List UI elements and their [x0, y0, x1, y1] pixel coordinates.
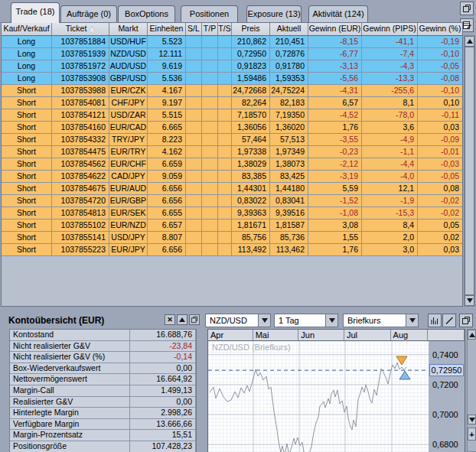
column-header-t-s[interactable]: T/S	[218, 23, 232, 35]
trade-cell: EUR/NZD	[109, 219, 148, 232]
column-header-markt[interactable]: Markt	[109, 23, 148, 35]
trade-cell: -8,15	[308, 36, 362, 48]
zoom-in-button[interactable]: +	[468, 428, 476, 441]
trade-row-1037855223[interactable]: Short1037855223EUR/JPY6.656113,492113,46…	[2, 244, 462, 256]
tab-trade-18[interactable]: Trade (18)	[11, 2, 60, 23]
tab-auftr-ge-0[interactable]: Aufträge (0)	[60, 5, 117, 22]
symbol-select[interactable]: NZD/USD	[205, 314, 271, 327]
account-row-hinterlegte-margin[interactable]: Hinterlegte Margin2.998,26	[10, 408, 196, 419]
trade-row-1037854121[interactable]: Short1037854121USD/ZAR5.5157,185707,1935…	[2, 109, 462, 122]
trade-row-1037853988[interactable]: Short1037853988EUR/CZK4.16724,7266824,75…	[2, 85, 462, 97]
account-row-verf-gbare-margin[interactable]: Verfügbare Margin13.666,66	[10, 419, 196, 431]
detach-panel-button[interactable]	[189, 314, 200, 325]
trade-row-1037854675[interactable]: Short1037854675EUR/AUD6.6561,443011,4418…	[2, 183, 462, 195]
trade-row-1037854332[interactable]: Short1037854332TRY/JPY8.22357,46457,513-…	[2, 134, 462, 146]
tab-boxoptions-0[interactable]: BoxOptions (0)	[118, 5, 175, 22]
trades-scrollbar[interactable]	[464, 35, 475, 307]
scroll-up-button[interactable]	[465, 36, 474, 47]
column-header-gewinn[interactable]: Gewinn (%)	[418, 23, 463, 35]
trade-row-1037854081[interactable]: Short1037854081CHF/JPY9.19782,26482,1836…	[2, 97, 462, 109]
tab-aktivit-t-124[interactable]: Aktivität (124)	[308, 5, 368, 22]
account-row-kontostand[interactable]: Kontostand16.688,76	[10, 330, 196, 341]
trade-row-1037854813[interactable]: Short1037854813EUR/SEK6.6559,393639,3951…	[2, 207, 462, 219]
trade-cell: 1,76	[308, 122, 362, 134]
trade-row-1037854720[interactable]: Short1037854720EUR/GBP6.6560,830220,8304…	[2, 195, 462, 207]
detach-window-button[interactable]	[460, 2, 474, 15]
trade-cell: -0,09	[418, 134, 463, 146]
account-row-value: 107.428,23	[130, 441, 196, 452]
account-row-margin-call[interactable]: Margin-Call1.499,13	[10, 385, 196, 397]
trade-cell: 1,36020	[270, 122, 308, 134]
column-header-preis[interactable]: Preis	[232, 23, 270, 35]
account-row-realisierter-g-v[interactable]: Realisierter G&V0,00	[10, 397, 196, 408]
tab-exposure-13[interactable]: Exposure (13)	[246, 5, 302, 22]
column-header-kauf-verkauf[interactable]: Kauf/Verkauf	[2, 23, 52, 35]
chart-type-button[interactable]	[428, 314, 442, 327]
sell-marker-icon[interactable]	[396, 356, 407, 365]
collapse-panel-button[interactable]	[177, 314, 187, 325]
price-chart-svg	[208, 341, 429, 452]
scrollbar-thumb[interactable]	[465, 47, 474, 295]
account-row-nicht-realisierter-g-v[interactable]: Nicht realisierter G&V-23,84	[10, 341, 196, 353]
trade-cell: 1,38029	[232, 158, 270, 171]
column-header-t-p[interactable]: T/P	[202, 23, 218, 35]
trade-row-1037854562[interactable]: Short1037854562EUR/CHF6.6591,380291,3807…	[2, 158, 462, 171]
account-row-label: Kontostand	[10, 330, 130, 341]
trade-cell	[218, 207, 232, 219]
scroll-down-button[interactable]	[468, 415, 476, 424]
trade-cell: -0,11	[418, 109, 463, 122]
combo-arrow-button[interactable]	[406, 314, 418, 327]
trading-app-window: { "colors": { "long_row": "#6ec6f3", "sh…	[0, 0, 476, 452]
trade-row-1037855102[interactable]: Short1037855102EUR/NZD6.6571,816711,8158…	[2, 219, 462, 232]
account-row-box-wiederverkaufswert[interactable]: Box-Wiederverkaufswert0,00	[10, 363, 196, 375]
detach-window-icon	[191, 316, 198, 324]
chart-plot-area[interactable]: NZD/USD (Briefkurs)	[207, 341, 429, 452]
period-select[interactable]: 1 Tag	[274, 314, 338, 327]
account-row-margin-prozentsatz[interactable]: Margin-Prozentsatz15,51	[10, 430, 196, 441]
tab-positionen-18[interactable]: Positionen (18)	[181, 5, 238, 22]
trade-cell: EUR/JPY	[109, 244, 148, 256]
account-row-positionsgr-e[interactable]: Positionsgröße107.428,23	[10, 441, 196, 452]
trade-cell: 5,59	[308, 183, 362, 195]
trade-row-1037853908[interactable]: Long1037853908GBP/USD5.5361,594861,59353…	[2, 73, 462, 85]
combo-arrow-button[interactable]	[258, 314, 270, 327]
trade-row-1037854475[interactable]: Short1037854475EUR/TRY4.1621,973381,9734…	[2, 146, 462, 158]
column-header-s-l[interactable]: S/L	[186, 23, 202, 35]
account-row-nettoverm-genswert[interactable]: Nettovermögenswert16.664,92	[10, 374, 196, 385]
combo-arrow-button[interactable]	[325, 314, 337, 327]
trade-cell: -0,02	[418, 195, 463, 207]
close-panel-button[interactable]: ✕	[165, 314, 175, 325]
trade-row-1037851972[interactable]: Long1037851972AUD/USD9.6190,918230,91780…	[2, 60, 462, 73]
trade-row-1037851884[interactable]: Long1037851884USD/HUF5.523210,862210,451…	[2, 36, 462, 48]
trade-cell: USD/ZAR	[109, 109, 148, 122]
column-header-gewinn-eur[interactable]: Gewinn (EUR)	[308, 23, 362, 35]
scroll-down-button[interactable]	[465, 295, 474, 306]
trade-cell: 210,451	[270, 36, 308, 48]
trade-cell: -4,9	[362, 134, 418, 146]
account-row-nicht-realisierter-g-v[interactable]: Nicht realisierter G&V (%)-0,14	[10, 352, 196, 363]
trade-cell: 6.656	[148, 244, 186, 256]
trade-cell: 1,36056	[232, 122, 270, 134]
column-header-gewinn-pips[interactable]: Gewinn (PIPS)	[362, 23, 418, 35]
trade-cell: NZD/USD	[109, 48, 148, 60]
chart-scrollbar[interactable]: +	[467, 329, 476, 452]
column-header-ticket[interactable]: Ticket	[52, 23, 109, 35]
price-type-select[interactable]: Briefkurs	[343, 314, 419, 327]
account-row-label: Margin-Prozentsatz	[10, 430, 130, 441]
trade-cell	[218, 134, 232, 146]
column-header-einheiten[interactable]: Einheiten	[148, 23, 186, 35]
trade-row-1037855141[interactable]: Short1037855141USD/JPY8.80785,75685,7361…	[2, 232, 462, 244]
trade-row-1037854160[interactable]: Short1037854160EUR/CAD6.6651,360561,3602…	[2, 122, 462, 134]
month-label-apr: Apr	[208, 330, 253, 340]
buy-marker-icon[interactable]	[399, 371, 410, 379]
trade-row-1037854622[interactable]: Short1037854622CAD/JPY9.05983,38583,425-…	[2, 171, 462, 183]
trade-cell: 1,44301	[232, 183, 270, 195]
detach-chart-button[interactable]	[459, 314, 473, 327]
trade-cell	[186, 195, 202, 207]
trade-cell: -1,52	[308, 195, 362, 207]
trade-cell: 0,91780	[270, 60, 308, 73]
draw-line-button[interactable]	[442, 314, 456, 327]
column-header-aktuell[interactable]: Aktuell	[270, 23, 308, 35]
trade-row-1037851939[interactable]: Long1037851939NZD/USD12.1110,729500,7287…	[2, 48, 462, 60]
scroll-up-button[interactable]	[468, 330, 476, 340]
